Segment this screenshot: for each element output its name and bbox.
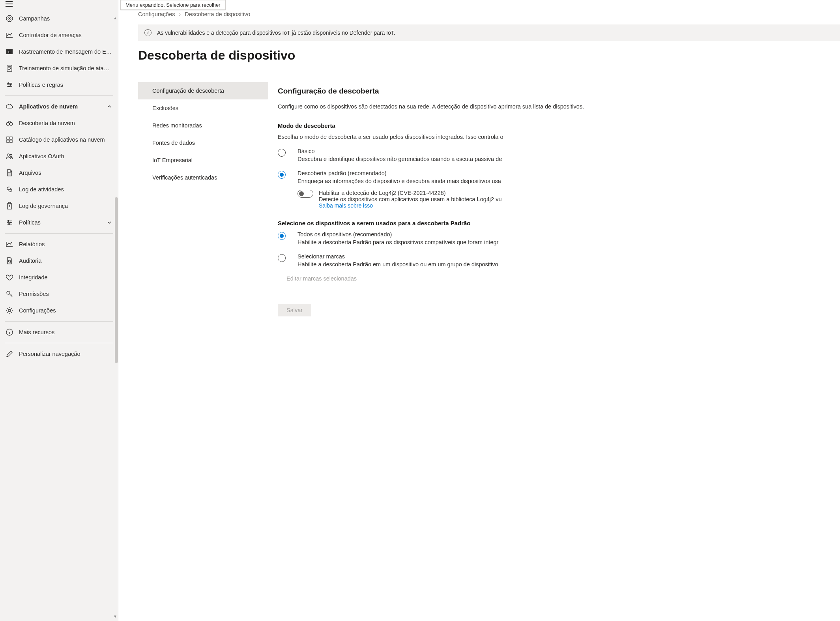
subnav-item-fontes[interactable]: Fontes de dados <box>138 134 268 152</box>
scroll-down-arrow[interactable]: ▼ <box>113 614 117 619</box>
subnav-item-configuracao[interactable]: Configuração de descoberta <box>138 82 268 99</box>
chart-line-icon <box>6 31 13 39</box>
chevron-down-icon <box>106 219 112 226</box>
binoculars-icon <box>6 119 13 127</box>
hamburger-menu[interactable] <box>0 0 19 8</box>
breadcrumb-item-configuracoes[interactable]: Configurações <box>138 11 175 17</box>
subnav-item-iot[interactable]: IoT Empresarial <box>138 152 268 169</box>
sidebar-item-label: Configurações <box>19 307 112 314</box>
svg-rect-5 <box>7 65 12 71</box>
gear-icon <box>6 307 13 314</box>
nav-divider <box>5 343 113 343</box>
scroll-up-arrow[interactable]: ▲ <box>113 16 117 20</box>
sidebar-item-aplicativos-nuvem[interactable]: Aplicativos de nuvem <box>0 98 118 115</box>
sidebar-item-label: Mais recursos <box>19 329 112 335</box>
cloud-icon <box>6 103 13 110</box>
nav-divider <box>5 321 113 322</box>
svg-point-22 <box>9 260 11 262</box>
sidebar-item-politicas-regras[interactable]: Políticas e regras <box>0 77 118 93</box>
sidebar-item-descoberta-nuvem[interactable]: Descoberta da nuvem <box>0 115 118 131</box>
section-title: Configuração de descoberta <box>278 87 840 95</box>
save-button[interactable]: Salvar <box>278 304 311 316</box>
nav-divider <box>5 233 113 234</box>
sliders-icon <box>6 219 13 226</box>
detail-panel: Configuração de descoberta Configure com… <box>268 74 840 621</box>
sidebar-item-label: Campanhas <box>19 15 112 22</box>
toggle-log4j[interactable] <box>297 190 313 198</box>
sidebar: Campanhas Controlador de ameaças E Rastr… <box>0 8 118 621</box>
svg-point-24 <box>8 309 11 312</box>
sidebar-item-permissoes[interactable]: Permissões <box>0 286 118 302</box>
sidebar-scrollbar[interactable] <box>115 197 118 363</box>
radio-standard-desc: Enriqueça as informações do dispositivo … <box>297 178 840 184</box>
svg-point-19 <box>8 221 9 222</box>
file-icon <box>6 169 13 177</box>
sidebar-item-label: Log de atividades <box>19 186 112 193</box>
hamburger-icon <box>6 1 13 7</box>
sidebar-item-rastreamento-mensagem[interactable]: E Rastreamento de mensagem do Ex... <box>0 43 118 60</box>
subnav-item-exclusoes[interactable]: Exclusões <box>138 99 268 117</box>
target-icon <box>6 15 13 22</box>
sidebar-item-treinamento-simulacao[interactable]: Treinamento de simulação de ataque <box>0 60 118 77</box>
svg-point-2 <box>9 18 10 19</box>
svg-point-10 <box>9 122 13 125</box>
grid-icon <box>6 136 13 144</box>
sidebar-item-aplicativos-oauth[interactable]: Aplicativos OAuth <box>0 148 118 165</box>
radio-tags-desc: Habilite a descoberta Padrão em um dispo… <box>297 261 840 267</box>
sidebar-item-auditoria[interactable]: Auditoria <box>0 253 118 269</box>
sidebar-item-politicas[interactable]: Políticas <box>0 214 118 231</box>
toggle-log4j-label: Habilitar a detecção de Log4j2 (CVE-2021… <box>319 190 840 196</box>
sidebar-item-label: Arquivos <box>19 170 112 176</box>
sidebar-item-label: Aplicativos OAuth <box>19 153 112 159</box>
exchange-icon: E <box>6 48 13 56</box>
info-banner: i As vulnerabilidades e a detecção para … <box>138 24 840 41</box>
radio-all-label: Todos os dispositivos (recomendado) <box>297 231 840 238</box>
radio-standard-label: Descoberta padrão (recomendado) <box>297 170 840 176</box>
svg-rect-13 <box>7 140 9 142</box>
sidebar-item-campanhas[interactable]: Campanhas <box>0 10 118 27</box>
svg-text:E: E <box>8 50 11 54</box>
svg-point-16 <box>10 155 12 157</box>
menu-tooltip: Menu expandido. Selecione para recolher <box>120 0 226 10</box>
banner-text: As vulnerabilidades e a detecção para di… <box>157 30 395 36</box>
radio-select-tags[interactable] <box>278 254 286 262</box>
sidebar-item-arquivos[interactable]: Arquivos <box>0 165 118 181</box>
radio-basic[interactable] <box>278 149 286 157</box>
sidebar-item-configuracoes[interactable]: Configurações <box>0 302 118 319</box>
svg-point-15 <box>7 154 9 156</box>
sidebar-item-label: Integridade <box>19 274 112 281</box>
radio-all-devices[interactable] <box>278 232 286 240</box>
sidebar-item-mais-recursos[interactable]: Mais recursos <box>0 324 118 340</box>
link-saiba-mais[interactable]: Saiba mais sobre isso <box>319 202 840 209</box>
sidebar-item-personalizar[interactable]: Personalizar navegação <box>0 346 118 362</box>
sidebar-item-log-governanca[interactable]: Log de governança <box>0 198 118 214</box>
sidebar-item-label: Auditoria <box>19 258 112 264</box>
sidebar-item-catalogo-aplicativos[interactable]: Catálogo de aplicativos na nuvem <box>0 131 118 148</box>
sidebar-item-log-atividades[interactable]: Log de atividades <box>0 181 118 198</box>
subnav-item-verificacoes[interactable]: Verificações autenticadas <box>138 169 268 186</box>
breadcrumb: Configurações › Descoberta de dispositiv… <box>138 0 840 24</box>
page-title: Descoberta de dispositivo <box>138 41 840 74</box>
svg-rect-11 <box>7 137 9 139</box>
subnav: Configuração de descoberta Exclusões Red… <box>138 74 268 621</box>
svg-point-23 <box>7 291 10 294</box>
svg-point-20 <box>10 222 11 223</box>
radio-basic-label: Básico <box>297 148 840 154</box>
svg-point-7 <box>10 84 11 86</box>
sidebar-item-integridade[interactable]: Integridade <box>0 269 118 286</box>
sidebar-item-relatorios[interactable]: Relatórios <box>0 236 118 253</box>
subnav-item-redes[interactable]: Redes monitoradas <box>138 117 268 134</box>
breadcrumb-separator: › <box>179 11 181 17</box>
breadcrumb-item-descoberta[interactable]: Descoberta de dispositivo <box>185 11 250 17</box>
sidebar-item-controlador-ameacas[interactable]: Controlador de ameaças <box>0 27 118 43</box>
radio-standard[interactable] <box>278 171 286 179</box>
nav-divider <box>5 95 113 96</box>
info-icon <box>6 328 13 336</box>
sidebar-item-label: Relatórios <box>19 241 112 247</box>
select-heading: Selecione os dispositivos a serem usados… <box>278 220 840 226</box>
clipboard-icon <box>6 202 13 210</box>
tags-input-placeholder[interactable]: Editar marcas selecionadas <box>286 275 840 282</box>
document-check-icon <box>6 64 13 72</box>
radio-basic-desc: Descubra e identifique dispositivos não … <box>297 156 840 162</box>
sidebar-item-label: Aplicativos de nuvem <box>19 103 101 110</box>
